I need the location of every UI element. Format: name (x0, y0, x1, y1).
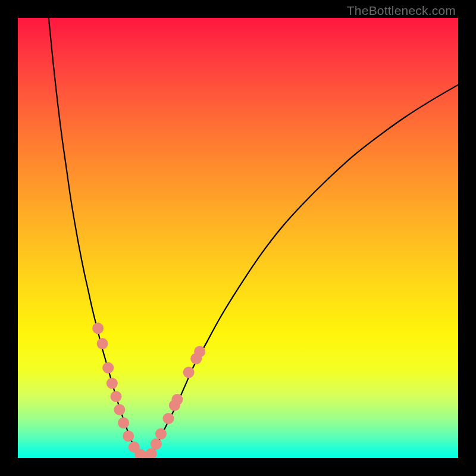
data-marker (97, 338, 108, 349)
data-marker (151, 439, 162, 450)
plot-area (18, 18, 458, 458)
data-marker (194, 346, 205, 357)
chart-frame: TheBottleneck.com (0, 0, 476, 476)
data-marker (114, 404, 125, 415)
watermark-label: TheBottleneck.com (347, 4, 456, 18)
data-marker (171, 394, 183, 405)
data-marker (111, 391, 122, 402)
data-marker (102, 362, 114, 374)
data-marker (123, 431, 134, 442)
right-curve (150, 84, 458, 456)
data-marker (163, 413, 174, 424)
data-marker (118, 417, 129, 428)
data-marker (155, 428, 167, 440)
chart-svg (18, 18, 458, 458)
data-marker (183, 367, 195, 378)
data-markers (92, 322, 205, 458)
data-marker (107, 378, 118, 389)
data-marker (92, 322, 104, 334)
left-curve (49, 18, 141, 456)
